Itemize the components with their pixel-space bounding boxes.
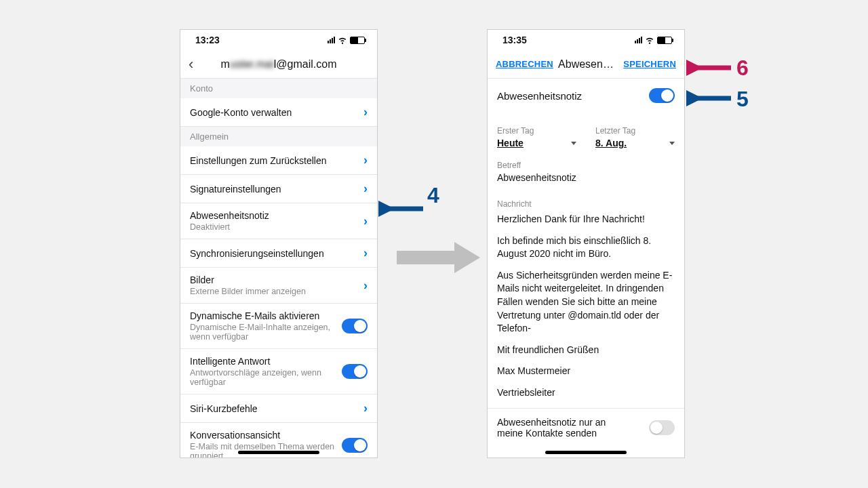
status-indicators (328, 35, 365, 45)
row-sync[interactable]: Synchronisierungseinstellungen › (180, 239, 377, 268)
wifi-icon (645, 35, 654, 45)
row-dynamische-emails[interactable]: Dynamische E-Mails aktivieren Dynamische… (180, 304, 377, 349)
row-google-konto[interactable]: Google-Konto verwalten › (180, 98, 377, 127)
section-header-konto: Konto (180, 79, 377, 98)
betreff-value[interactable]: Abwesenheitsnotiz (497, 172, 675, 183)
abwesenheit-screen: 13:35 Abbrechen Abwesen… Speichern Abwes… (487, 29, 685, 458)
status-bar: 13:35 (488, 30, 684, 50)
page-title: Abwesen… (551, 58, 620, 70)
first-day-field[interactable]: Erster Tag Heute (497, 118, 576, 148)
arrow-5 (686, 88, 734, 108)
settings-screen: 13:23 ‹ muster.mail@gmail.com Konto Goog… (180, 29, 378, 458)
row-only-contacts: Abwesenheitsnotiz nur an meine Kontakte … (488, 408, 684, 439)
chevron-right-icon: › (363, 153, 368, 167)
section-header-allgemein: Allgemein (180, 127, 377, 146)
row-intelligente-antwort[interactable]: Intelligente Antwort Antwortvorschläge a… (180, 349, 377, 394)
status-bar: 13:23 (180, 30, 377, 50)
signal-icon (635, 37, 642, 43)
toggle-abwesenheitsnotiz[interactable] (649, 88, 675, 103)
row-abwesenheitsnotiz[interactable]: Abwesenheitsnotiz Deaktiviert › (180, 203, 377, 239)
status-time: 13:23 (195, 35, 220, 45)
battery-icon (350, 37, 365, 44)
dropdown-icon (571, 142, 576, 145)
battery-icon (657, 37, 672, 44)
toggle-smart-reply[interactable] (342, 364, 368, 379)
signal-icon (328, 37, 335, 43)
arrow-6 (686, 58, 734, 78)
annotation-6: 6 (736, 56, 749, 81)
status-indicators (635, 35, 672, 45)
row-einstellungen-zurueck[interactable]: Einstellungen zum Zurückstellen › (180, 146, 377, 175)
row-siri[interactable]: Siri-Kurzbefehle › (180, 394, 377, 423)
nachricht-body[interactable]: Herzlichen Dank für Ihre Nachricht! Ich … (497, 213, 675, 400)
chevron-right-icon: › (363, 246, 368, 260)
toggle-only-contacts[interactable] (649, 420, 675, 435)
chevron-right-icon: › (363, 105, 368, 119)
save-button[interactable]: Speichern (620, 59, 676, 69)
betreff-label: Betreff (497, 161, 675, 170)
chevron-right-icon: › (363, 401, 368, 415)
chevron-right-icon: › (363, 279, 368, 293)
page-title: muster.mail@gmail.com (202, 58, 355, 70)
status-time: 13:35 (502, 35, 527, 45)
toggle-dyn-emails[interactable] (342, 319, 368, 333)
row-abw-toggle: Abwesenheitsnotiz (488, 79, 684, 113)
wifi-icon (338, 35, 347, 45)
dropdown-icon (669, 142, 675, 145)
transition-arrow-icon (393, 241, 481, 274)
cancel-button[interactable]: Abbrechen (496, 59, 551, 69)
toggle-konversation[interactable] (342, 438, 368, 453)
row-bilder[interactable]: Bilder Externe Bilder immer anzeigen › (180, 268, 377, 304)
nav-bar: Abbrechen Abwesen… Speichern (488, 50, 684, 79)
home-indicator (238, 451, 319, 454)
back-button[interactable]: ‹ (189, 56, 202, 73)
chevron-right-icon: › (363, 182, 368, 196)
chevron-right-icon: › (363, 214, 368, 228)
nachricht-label: Nachricht (497, 199, 675, 209)
row-signatur[interactable]: Signatureinstellungen › (180, 175, 377, 203)
nav-bar: ‹ muster.mail@gmail.com (180, 50, 377, 79)
annotation-4: 4 (427, 183, 439, 208)
home-indicator (545, 451, 627, 454)
annotation-5: 5 (736, 87, 749, 112)
last-day-field[interactable]: Letzter Tag 8. Aug. (595, 118, 675, 148)
arrow-4 (378, 199, 426, 219)
